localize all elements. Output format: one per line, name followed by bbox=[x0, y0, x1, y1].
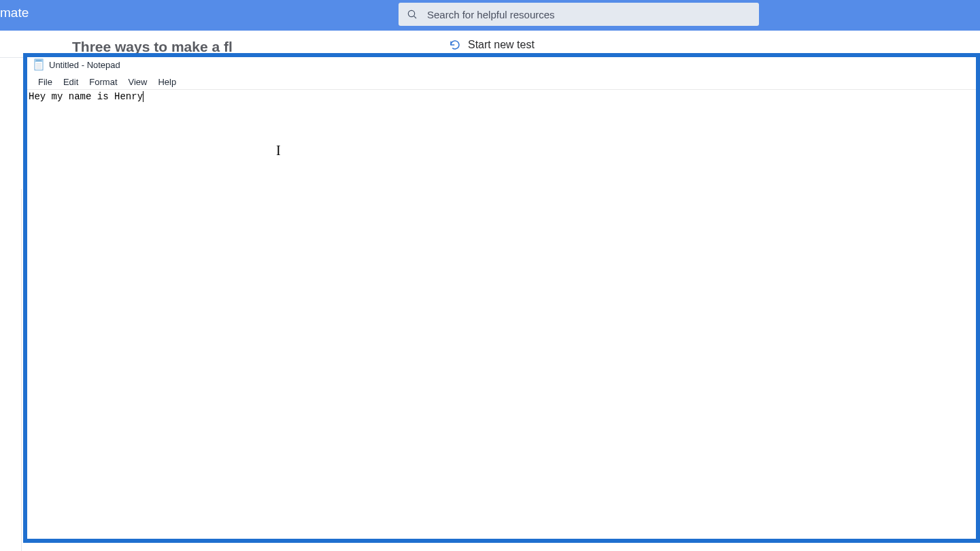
menu-format[interactable]: Format bbox=[84, 76, 122, 88]
menu-help[interactable]: Help bbox=[152, 76, 182, 88]
notepad-app-icon bbox=[34, 59, 45, 71]
svg-line-1 bbox=[414, 16, 416, 18]
start-new-test-button[interactable]: Start new test bbox=[449, 39, 535, 51]
app-name-fragment: mate bbox=[0, 5, 29, 20]
notepad-titlebar[interactable]: Untitled - Notepad bbox=[23, 53, 980, 72]
refresh-icon bbox=[449, 39, 461, 51]
menu-file[interactable]: File bbox=[33, 76, 58, 88]
editor-text-content: Hey my name is Henry bbox=[29, 91, 143, 102]
menu-edit[interactable]: Edit bbox=[58, 76, 84, 88]
search-box[interactable] bbox=[399, 3, 759, 26]
notepad-editor-area[interactable]: Hey my name is Henry I bbox=[23, 90, 980, 539]
notepad-window-title: Untitled - Notepad bbox=[49, 60, 120, 70]
svg-point-0 bbox=[408, 10, 414, 16]
notepad-window: Untitled - Notepad File Edit Format View… bbox=[23, 53, 980, 543]
notepad-menubar: File Edit Format View Help bbox=[23, 75, 980, 90]
menu-view[interactable]: View bbox=[123, 76, 153, 88]
start-new-test-label: Start new test bbox=[468, 39, 535, 51]
top-app-bar: mate bbox=[0, 0, 980, 31]
text-caret-icon bbox=[143, 91, 143, 102]
search-icon bbox=[407, 9, 418, 20]
mouse-ibeam-cursor-icon: I bbox=[276, 143, 281, 158]
left-panel-edge bbox=[0, 189, 22, 551]
search-input[interactable] bbox=[427, 9, 699, 20]
